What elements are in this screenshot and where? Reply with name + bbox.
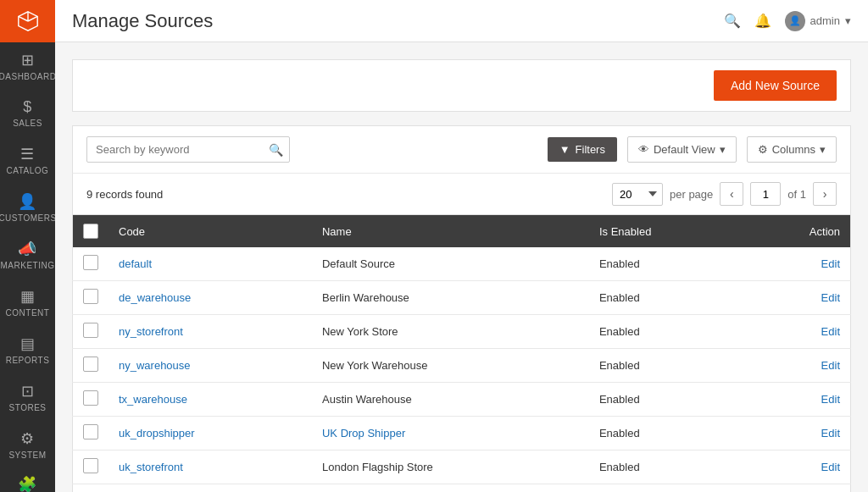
row-action: Edit xyxy=(742,247,850,281)
row-checkbox[interactable] xyxy=(83,357,98,372)
sidebar-item-label: Sales xyxy=(13,119,42,128)
sidebar-item-catalog[interactable]: ☰ Catalog xyxy=(0,136,55,184)
row-name: New York Store xyxy=(312,315,589,349)
per-page-label: per page xyxy=(670,188,713,201)
row-code[interactable]: de_warehouse xyxy=(108,281,312,315)
row-checkbox[interactable] xyxy=(83,458,98,473)
sources-table: Code Name Is Enabled Action default Defa… xyxy=(72,215,851,492)
row-checkbox-cell xyxy=(73,315,109,349)
prev-page-button[interactable]: ‹ xyxy=(720,182,743,206)
content-area: Add New Source 🔍 ▼ Filters 👁 Default Vie… xyxy=(55,42,868,492)
action-bar: Add New Source xyxy=(72,59,851,112)
sidebar-item-sales[interactable]: $ Sales xyxy=(0,90,55,136)
add-new-source-button[interactable]: Add New Source xyxy=(714,70,837,101)
row-code[interactable]: uk_warehouse xyxy=(108,484,312,493)
row-action: Edit xyxy=(742,383,850,417)
sidebar-item-label: Marketing xyxy=(1,261,55,270)
row-is-enabled: Enabled xyxy=(589,383,742,417)
search-icon: 🔍 xyxy=(269,143,283,157)
row-checkbox[interactable] xyxy=(83,289,98,304)
row-name: London Flagship Store xyxy=(312,451,589,484)
sidebar-item-dashboard[interactable]: ⊞ Dashboard xyxy=(0,42,55,90)
page-title: Manage Sources xyxy=(72,10,213,32)
customers-icon: 👤 xyxy=(18,192,37,211)
row-is-enabled: Enabled xyxy=(589,315,742,349)
row-checkbox[interactable] xyxy=(83,424,98,439)
edit-link[interactable]: Edit xyxy=(752,291,840,304)
sidebar-item-label: Catalog xyxy=(7,166,49,175)
bell-icon[interactable]: 🔔 xyxy=(754,13,771,29)
col-is-enabled: Is Enabled xyxy=(589,215,742,247)
per-page-select[interactable]: 20 30 50 xyxy=(612,183,663,206)
reports-icon: ▤ xyxy=(20,334,36,353)
default-view-button[interactable]: 👁 Default View ▾ xyxy=(627,136,737,163)
marketing-icon: 📣 xyxy=(18,240,37,258)
edit-link[interactable]: Edit xyxy=(752,393,840,406)
sidebar-item-label: Stores xyxy=(9,403,47,412)
row-code[interactable]: uk_dropshipper xyxy=(108,417,312,451)
filter-icon: ▼ xyxy=(559,143,570,156)
col-name: Name xyxy=(312,215,589,247)
edit-link[interactable]: Edit xyxy=(752,359,840,372)
table-row: uk_warehouse London Warehouse Enabled Ed… xyxy=(73,484,851,493)
row-name: Default Source xyxy=(312,247,589,281)
sidebar-logo[interactable] xyxy=(0,0,55,42)
sidebar-item-marketing[interactable]: 📣 Marketing xyxy=(0,231,55,279)
top-header: Manage Sources 🔍 🔔 👤 admin ▾ xyxy=(55,0,868,42)
sidebar-item-find-partners[interactable]: 🧩 Find Partners & Extensions xyxy=(0,468,55,492)
row-name: London Warehouse xyxy=(312,484,589,493)
row-action: Edit xyxy=(742,417,850,451)
table-row: uk_storefront London Flagship Store Enab… xyxy=(73,451,851,484)
current-page-input[interactable] xyxy=(750,182,781,206)
edit-link[interactable]: Edit xyxy=(752,325,840,338)
row-checkbox-cell xyxy=(73,247,109,281)
edit-link[interactable]: Edit xyxy=(752,257,840,270)
table-row: default Default Source Enabled Edit xyxy=(73,247,851,281)
find-partners-icon: 🧩 xyxy=(18,475,37,492)
sidebar-item-content[interactable]: ▦ Content xyxy=(0,279,55,326)
row-code[interactable]: ny_storefront xyxy=(108,315,312,349)
system-icon: ⚙ xyxy=(20,429,35,448)
sidebar-item-reports[interactable]: ▤ Reports xyxy=(0,326,55,373)
col-checkbox xyxy=(73,215,109,247)
records-count: 9 records found xyxy=(86,188,163,201)
row-is-enabled: Enabled xyxy=(589,281,742,315)
stores-icon: ⊡ xyxy=(21,382,35,401)
sidebar-item-customers[interactable]: 👤 Customers xyxy=(0,184,55,231)
row-checkbox[interactable] xyxy=(83,323,98,338)
next-page-button[interactable]: › xyxy=(813,182,837,206)
col-action: Action xyxy=(742,215,850,247)
row-code[interactable]: ny_warehouse xyxy=(108,349,312,383)
admin-menu[interactable]: 👤 admin ▾ xyxy=(785,11,851,31)
row-is-enabled: Enabled xyxy=(589,417,742,451)
table-row: uk_dropshipper UK Drop Shipper Enabled E… xyxy=(73,417,851,451)
search-input[interactable] xyxy=(86,136,290,163)
table-row: ny_storefront New York Store Enabled Edi… xyxy=(73,315,851,349)
row-name[interactable]: UK Drop Shipper xyxy=(312,417,589,451)
admin-label: admin xyxy=(810,14,840,27)
select-all-checkbox[interactable] xyxy=(83,224,98,239)
sidebar-item-stores[interactable]: ⊡ Stores xyxy=(0,373,55,421)
row-checkbox[interactable] xyxy=(83,255,98,270)
row-code[interactable]: tx_warehouse xyxy=(108,383,312,417)
row-checkbox-cell xyxy=(73,349,109,383)
edit-link[interactable]: Edit xyxy=(752,461,840,473)
edit-link[interactable]: Edit xyxy=(752,427,840,439)
row-code[interactable]: uk_storefront xyxy=(108,451,312,484)
search-submit-button[interactable]: 🔍 xyxy=(269,143,283,157)
row-checkbox-cell xyxy=(73,451,109,484)
search-icon[interactable]: 🔍 xyxy=(724,13,741,29)
records-bar: 9 records found 20 30 50 per page ‹ of 1… xyxy=(72,173,851,215)
sidebar-item-system[interactable]: ⚙ System xyxy=(0,421,55,468)
sidebar-item-label: Dashboard xyxy=(0,72,55,81)
col-code: Code xyxy=(108,215,312,247)
columns-button[interactable]: ⚙ Columns ▾ xyxy=(747,136,837,163)
filters-button[interactable]: ▼ Filters xyxy=(548,137,617,162)
row-code[interactable]: default xyxy=(108,247,312,281)
table-row: de_warehouse Berlin Warehouse Enabled Ed… xyxy=(73,281,851,315)
sales-icon: $ xyxy=(23,98,32,116)
search-box: 🔍 xyxy=(86,136,290,163)
row-checkbox[interactable] xyxy=(83,390,98,406)
columns-chevron-icon: ▾ xyxy=(820,143,826,156)
row-checkbox-cell xyxy=(73,417,109,451)
